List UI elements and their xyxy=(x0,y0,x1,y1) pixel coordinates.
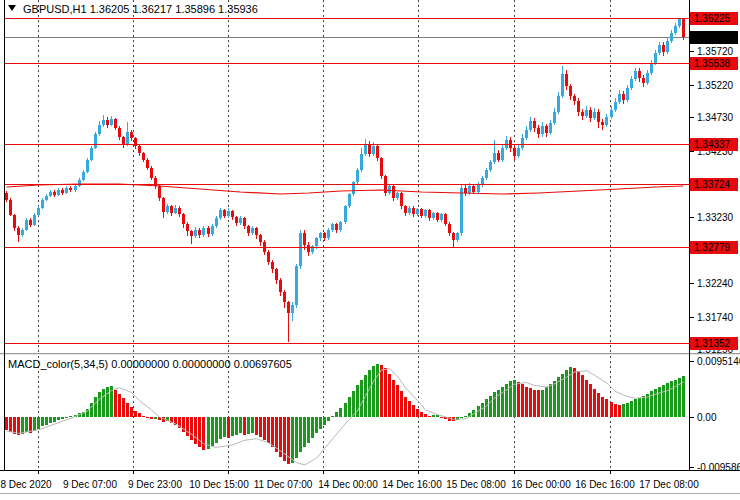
candle-down xyxy=(589,110,592,119)
candle-up xyxy=(650,63,653,73)
macd-bar xyxy=(408,401,411,417)
macd-bar xyxy=(610,402,613,417)
macd-bar xyxy=(194,417,197,444)
candle-up xyxy=(585,110,588,117)
macd-bar xyxy=(352,391,355,417)
price-scale-label: 1.31740 xyxy=(697,312,734,323)
candle-up xyxy=(194,230,197,237)
candle-up xyxy=(364,145,367,154)
macd-bar xyxy=(581,375,584,417)
candle-up xyxy=(174,208,177,213)
macd-bar xyxy=(638,398,641,417)
candle-up xyxy=(327,230,330,239)
macd-bar xyxy=(49,417,52,423)
candle-up xyxy=(98,125,101,134)
candle-down xyxy=(569,86,572,96)
candle-down xyxy=(61,190,64,193)
candle-down xyxy=(303,233,306,245)
macd-bar xyxy=(626,403,629,417)
candle-up xyxy=(658,45,661,53)
macd-bar xyxy=(33,417,36,431)
candle-down xyxy=(597,112,600,122)
macd-bar xyxy=(267,417,270,443)
price-pane[interactable] xyxy=(4,0,689,352)
price-scale[interactable] xyxy=(690,0,740,470)
candle-down xyxy=(29,220,32,225)
macd-bar xyxy=(521,384,524,417)
macd-bar xyxy=(255,417,258,435)
candle-down xyxy=(106,120,109,125)
macd-bar xyxy=(118,394,121,417)
macd-bar xyxy=(323,417,326,425)
macd-bar xyxy=(263,417,266,440)
price-line-badge-label: 1.35538 xyxy=(694,58,731,69)
candle-up xyxy=(678,19,681,26)
macd-bar xyxy=(227,417,230,438)
macd-bar xyxy=(231,417,234,436)
candle-up xyxy=(408,208,411,213)
macd-bar xyxy=(198,417,201,447)
bid-price-badge-label: 1.35936 xyxy=(694,32,731,43)
macd-bar xyxy=(291,417,294,463)
macd-bar xyxy=(416,409,419,417)
candle-down xyxy=(497,153,500,160)
candle-up xyxy=(432,213,435,218)
chart-canvas[interactable]: 1.357201.352201.347301.342301.332301.322… xyxy=(0,0,740,500)
macd-bar xyxy=(190,417,193,440)
candle-down xyxy=(247,226,250,233)
time-axis-label: 15 Dec 08:00 xyxy=(446,479,506,490)
macd-bar xyxy=(61,417,64,419)
macd-bar xyxy=(311,417,314,438)
candle-down xyxy=(638,71,641,78)
candle-down xyxy=(263,242,266,252)
candle-up xyxy=(45,196,48,200)
macd-bar xyxy=(25,417,28,432)
price-scale-label: 1.35720 xyxy=(697,46,734,57)
macd-bar xyxy=(5,417,8,430)
candle-down xyxy=(573,96,576,101)
candle-down xyxy=(287,302,290,313)
candle-down xyxy=(275,269,278,280)
macd-bar xyxy=(360,380,363,417)
candle-up xyxy=(37,208,40,215)
macd-bar xyxy=(388,374,391,417)
candle-up xyxy=(634,71,637,79)
time-axis-label: 11 Dec 07:00 xyxy=(254,479,313,490)
candle-up xyxy=(618,94,621,102)
candle-down xyxy=(283,292,286,303)
price-line-badge-label: 1.36225 xyxy=(694,13,731,24)
candle-up xyxy=(239,218,242,223)
candle-down xyxy=(537,128,540,135)
candle-up xyxy=(593,112,596,119)
time-axis-label: 9 Dec 07:00 xyxy=(63,479,117,490)
macd-bar xyxy=(65,417,68,418)
macd-bar xyxy=(315,417,318,433)
macd-bar xyxy=(497,390,500,417)
candle-up xyxy=(468,186,471,193)
macd-bar xyxy=(13,417,16,434)
macd-bar xyxy=(126,403,129,417)
candle-down xyxy=(170,206,173,213)
candle-up xyxy=(41,200,44,208)
macd-bar xyxy=(489,396,492,417)
candle-down xyxy=(444,214,447,223)
candle-down xyxy=(271,262,274,269)
macd-bar xyxy=(21,417,24,434)
macd-bar xyxy=(154,417,157,419)
candle-down xyxy=(420,209,423,216)
candle-up xyxy=(202,228,205,235)
candle-up xyxy=(215,218,218,226)
macd-bar xyxy=(533,390,536,417)
macd-bar xyxy=(215,417,218,443)
macd-bar xyxy=(404,397,407,417)
candle-down xyxy=(452,233,455,240)
candle-up xyxy=(291,305,294,313)
macd-bar xyxy=(517,382,520,417)
macd-bar xyxy=(335,412,338,417)
macd-bar xyxy=(223,417,226,437)
candle-down xyxy=(513,148,516,157)
candle-up xyxy=(396,193,399,198)
candle-up xyxy=(477,185,480,192)
candle-down xyxy=(472,186,475,191)
candle-down xyxy=(231,211,234,217)
